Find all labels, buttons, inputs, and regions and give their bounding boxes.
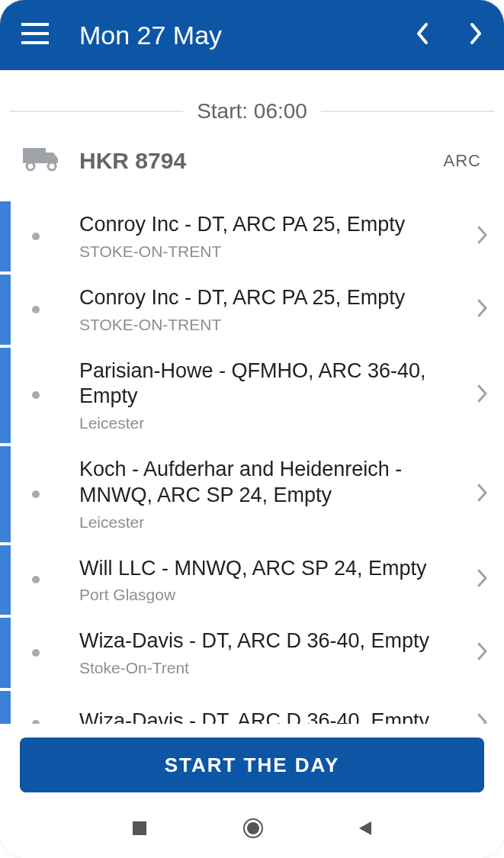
chevron-right-icon [477, 384, 489, 407]
status-dot-icon [32, 576, 40, 583]
start-day-button[interactable]: START THE DAY [20, 737, 484, 792]
job-location: Leicester [79, 513, 477, 532]
job-item[interactable]: Wiza-Davis - DT, ARC D 36-40, Empty Stok… [0, 618, 504, 688]
truck-icon [23, 146, 59, 175]
job-title: Parisian-Howe - QFMHO, ARC 36-40, Empty [79, 358, 477, 410]
footer: START THE DAY [0, 724, 504, 799]
status-dot-icon [32, 233, 40, 240]
job-location: Leicester [79, 414, 477, 432]
job-item[interactable]: Conroy Inc - DT, ARC PA 25, Empty STOKE-… [0, 275, 504, 345]
chevron-right-icon [477, 712, 489, 724]
status-dot-icon [32, 306, 40, 313]
svg-rect-3 [23, 148, 46, 163]
android-home-button[interactable] [242, 818, 263, 839]
status-dot-icon [32, 391, 40, 399]
chevron-right-icon [477, 568, 489, 591]
job-title: Wiza-Davis - DT, ARC D 36-40, Empty [79, 628, 477, 654]
svg-point-4 [27, 162, 34, 170]
start-time-label: Start: 06:00 [197, 99, 307, 124]
chevron-right-icon [477, 641, 489, 664]
svg-marker-9 [359, 821, 371, 835]
job-title: Will LLC - MNWQ, ARC SP 24, Empty [79, 556, 477, 582]
job-title: Conroy Inc - DT, ARC PA 25, Empty [79, 212, 477, 238]
svg-point-8 [247, 822, 259, 834]
jobs-list: Conroy Inc - DT, ARC PA 25, Empty STOKE-… [0, 201, 504, 724]
app-header: Mon 27 May [0, 0, 504, 70]
chevron-right-icon [477, 225, 489, 248]
prev-day-button[interactable] [416, 22, 429, 48]
svg-rect-6 [133, 821, 146, 835]
vehicle-code: ARC [444, 151, 481, 171]
job-item[interactable]: Parisian-Howe - QFMHO, ARC 36-40, Empty … [0, 348, 504, 444]
status-dot-icon [32, 490, 40, 498]
svg-rect-0 [21, 23, 49, 26]
job-title: Conroy Inc - DT, ARC PA 25, Empty [79, 285, 477, 311]
job-location: STOKE-ON-TRENT [79, 243, 477, 261]
vehicle-row: HKR 8794 ARC [0, 146, 504, 175]
job-item[interactable]: Wiza-Davis - DT, ARC D 36-40, Empty [0, 691, 504, 724]
svg-rect-2 [21, 41, 49, 44]
svg-rect-1 [21, 32, 49, 35]
job-item[interactable]: Koch - Aufderhar and Heidenreich - MNWQ,… [0, 446, 504, 542]
svg-point-5 [48, 162, 56, 170]
header-date-title: Mon 27 May [79, 21, 385, 50]
status-dot-icon [32, 720, 40, 724]
android-back-button[interactable] [355, 818, 376, 839]
job-location: STOKE-ON-TRENT [79, 316, 477, 334]
android-recent-button[interactable] [129, 818, 150, 839]
job-title: Wiza-Davis - DT, ARC D 36-40, Empty [79, 709, 477, 724]
vehicle-registration: HKR 8794 [79, 148, 424, 174]
next-day-button[interactable] [469, 22, 483, 48]
job-item[interactable]: Conroy Inc - DT, ARC PA 25, Empty STOKE-… [0, 201, 504, 272]
job-location: Stoke-On-Trent [79, 659, 477, 677]
status-dot-icon [32, 649, 40, 657]
chevron-right-icon [477, 298, 489, 321]
job-title: Koch - Aufderhar and Heidenreich - MNWQ,… [79, 457, 477, 509]
job-item[interactable]: Will LLC - MNWQ, ARC SP 24, Empty Port G… [0, 545, 504, 615]
android-nav-bar [0, 799, 504, 858]
start-time-divider: Start: 06:00 [0, 99, 504, 124]
menu-icon[interactable] [21, 23, 49, 47]
job-location: Port Glasgow [79, 586, 477, 604]
chevron-right-icon [477, 483, 489, 506]
